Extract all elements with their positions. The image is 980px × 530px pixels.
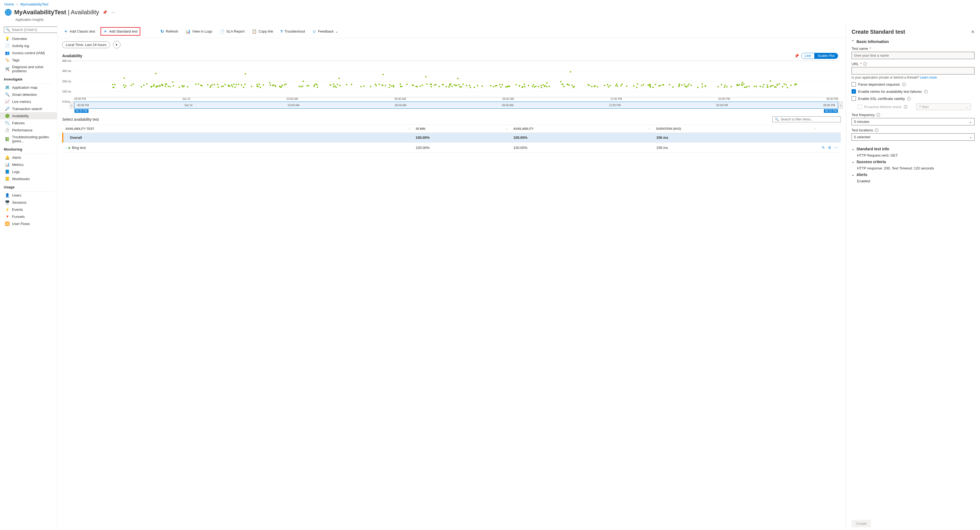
- sidebar-icon: 🔍: [5, 92, 9, 97]
- section-basic-info[interactable]: ⌃Basic Information: [851, 40, 975, 44]
- info-icon[interactable]: i: [875, 129, 878, 132]
- svg-point-157: [540, 85, 542, 86]
- sidebar-item[interactable]: 🔀User Flows: [0, 220, 57, 227]
- sidebar-item[interactable]: 👤Users: [0, 192, 57, 199]
- sidebar-icon: 🏷️: [5, 58, 9, 62]
- info-icon[interactable]: i: [902, 83, 906, 86]
- refresh-button[interactable]: ↻Refresh: [159, 28, 180, 35]
- column-header[interactable]: AVAILABILITY↑↓: [511, 125, 654, 133]
- troubleshoot-button[interactable]: ?Troubleshoot: [278, 28, 307, 35]
- chart-type-toggle[interactable]: Line Scatter Plot: [801, 53, 838, 59]
- learn-more-link[interactable]: Learn more: [920, 76, 937, 79]
- sidebar-item[interactable]: 🔔Alerts: [0, 154, 57, 161]
- test-name-input[interactable]: [851, 52, 975, 59]
- frequency-select[interactable]: 5 minutes⌄: [851, 118, 975, 125]
- section-alerts[interactable]: ⌄Alerts: [851, 173, 975, 177]
- svg-point-297: [172, 82, 173, 83]
- search-input[interactable]: [12, 28, 57, 32]
- svg-point-136: [351, 84, 352, 85]
- svg-point-286: [702, 86, 703, 87]
- table-row[interactable]: ›●Bing test100.00%100.00%156 ms✎⏸⋯: [63, 143, 841, 153]
- pin-chart-button[interactable]: 📌: [794, 54, 799, 58]
- breadcrumb-home[interactable]: Home: [5, 2, 14, 6]
- locations-select[interactable]: 5 selected⌄: [851, 133, 975, 141]
- info-icon[interactable]: i: [907, 97, 911, 100]
- sidebar-item[interactable]: 📒Workbooks: [0, 175, 57, 182]
- sidebar-search[interactable]: 🔍: [4, 27, 57, 33]
- sidebar-item[interactable]: 📈Live metrics: [0, 98, 57, 105]
- sidebar-item[interactable]: 💡Overview: [0, 35, 57, 42]
- sidebar-item[interactable]: 📄Activity log: [0, 42, 57, 49]
- pause-icon[interactable]: ⏸: [828, 145, 832, 150]
- sidebar-item[interactable]: 🔻Funnels: [0, 213, 57, 220]
- enable-retries-checkbox[interactable]: ✓Enable retries for availability test fa…: [851, 89, 975, 94]
- svg-point-280: [113, 87, 114, 88]
- chevron-down-icon: ⌄: [851, 147, 854, 151]
- sidebar-item[interactable]: 👥Access control (IAM): [0, 49, 57, 56]
- enable-ssl-checkbox[interactable]: Enable SSL certificate validityi: [851, 96, 975, 101]
- column-header[interactable]: DURATION (AVG)↑↓: [654, 125, 819, 133]
- sidebar-item[interactable]: 🔍Smart detection: [0, 91, 57, 98]
- svg-point-129: [445, 86, 447, 87]
- availability-chart[interactable]: 400 ms300 ms200 ms100 ms0.0ms 09:00 PMSa…: [62, 60, 838, 102]
- sidebar-item[interactable]: ⚡Events: [0, 206, 57, 213]
- sidebar-item[interactable]: 📉Failures: [0, 119, 57, 127]
- time-brush[interactable]: › 09:00 PMSat 1003:00 AM06:00 AM09:00 AM…: [74, 102, 838, 109]
- sidebar-item[interactable]: 🟢Availability: [0, 112, 57, 119]
- sidebar-item[interactable]: 🖥️Sessions: [0, 199, 57, 206]
- more-button[interactable]: ⋯: [110, 9, 116, 16]
- svg-point-21: [637, 83, 638, 84]
- feedback-button[interactable]: ☺Feedback ⌄: [310, 28, 340, 35]
- sidebar-item[interactable]: 📗Troubleshooting guides (previ...: [0, 133, 57, 144]
- info-icon[interactable]: i: [863, 62, 867, 66]
- checkbox-icon: [851, 96, 856, 101]
- svg-point-41: [422, 84, 423, 86]
- brush-handle-left[interactable]: ›: [70, 102, 74, 109]
- breadcrumb-current[interactable]: MyAvailabilityTest: [20, 2, 48, 6]
- add-standard-test-button[interactable]: ＋Add Standard test: [100, 27, 140, 36]
- toggle-scatter[interactable]: Scatter Plot: [814, 53, 838, 59]
- svg-point-268: [457, 78, 458, 79]
- edit-icon[interactable]: ✎: [822, 145, 825, 150]
- svg-point-189: [746, 86, 748, 87]
- sidebar-item[interactable]: 📊Metrics: [0, 161, 57, 168]
- create-test-panel: Create Standard test ✕ ⌃Basic Informatio…: [846, 25, 980, 530]
- toggle-line[interactable]: Line: [802, 53, 814, 59]
- table-row-overall[interactable]: Overall100.00%100.00%156 ms: [63, 133, 841, 143]
- time-range-selector[interactable]: Local Time: Last 24 hours: [62, 41, 110, 48]
- info-icon[interactable]: i: [877, 113, 880, 117]
- expand-icon[interactable]: ›: [65, 146, 67, 149]
- sidebar-item[interactable]: 🛠️Diagnose and solve problems: [0, 63, 57, 75]
- add-classic-test-button[interactable]: ＋Add Classic test: [62, 28, 97, 35]
- sidebar-item[interactable]: ⏱️Performance: [0, 127, 57, 133]
- view-in-logs-button[interactable]: 📊View in Logs: [184, 28, 214, 35]
- column-header[interactable]: 20 MIN↑↓: [413, 125, 511, 133]
- info-icon[interactable]: i: [924, 90, 928, 94]
- close-panel-button[interactable]: ✕: [971, 29, 975, 35]
- parse-dependent-checkbox[interactable]: Parse dependent requestsi: [851, 82, 975, 87]
- chevron-down-icon: ⌄: [851, 160, 854, 164]
- filter-button[interactable]: ▾: [113, 41, 121, 48]
- sidebar-item[interactable]: 📘Logs: [0, 168, 57, 175]
- sidebar-item[interactable]: 🗺️Application map: [0, 84, 57, 91]
- svg-point-299: [501, 84, 503, 86]
- column-header[interactable]: AVAILABILITY TEST↑↓: [63, 125, 413, 133]
- pin-button[interactable]: 📌: [101, 9, 108, 16]
- section-standard-test-info[interactable]: ⌄Standard test info: [851, 147, 975, 151]
- section-success-criteria[interactable]: ⌄Success criteria: [851, 160, 975, 164]
- svg-point-200: [756, 86, 757, 87]
- copy-link-button[interactable]: 📋Copy link: [250, 28, 275, 35]
- svg-point-116: [490, 85, 492, 87]
- tests-filter[interactable]: 🔍: [772, 116, 841, 122]
- svg-point-123: [620, 85, 622, 86]
- url-input[interactable]: [851, 67, 975, 75]
- create-button[interactable]: Create: [851, 520, 871, 527]
- sidebar-item[interactable]: 🔎Transaction search: [0, 105, 57, 112]
- brush-handle-right[interactable]: ‹: [838, 102, 843, 109]
- svg-point-215: [425, 76, 426, 78]
- more-icon[interactable]: ⋯: [834, 145, 838, 150]
- sidebar-item[interactable]: 🏷️Tags: [0, 56, 57, 63]
- sla-report-button[interactable]: 📄SLA Report: [218, 28, 246, 35]
- sidebar-item-label: Sessions: [12, 200, 27, 205]
- tests-filter-input[interactable]: [781, 117, 838, 121]
